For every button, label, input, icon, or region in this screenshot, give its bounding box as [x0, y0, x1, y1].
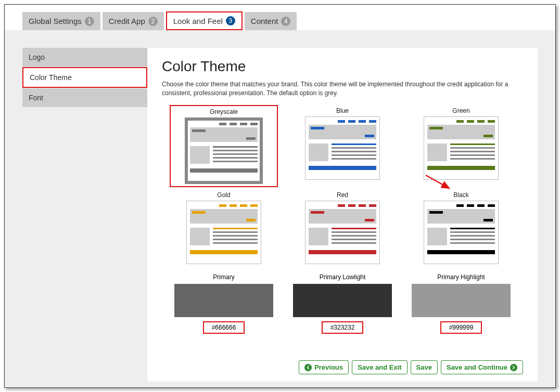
- swatch-row: Primary Primary Lowlight Primary Highlig…: [162, 273, 523, 334]
- sidebar-item-label: Logo: [29, 53, 45, 61]
- theme-thumbnail: [305, 201, 380, 264]
- theme-label: Black: [409, 191, 513, 199]
- save-button[interactable]: Save: [411, 360, 438, 374]
- sidebar-item-label: Color Theme: [30, 73, 72, 82]
- theme-thumbnail: [186, 201, 261, 264]
- theme-option-blue[interactable]: Blue: [290, 107, 394, 185]
- theme-thumbnail: [424, 201, 499, 264]
- step-number-icon: 4: [281, 17, 290, 26]
- button-label: Save: [416, 363, 432, 371]
- arrow-left-icon: [304, 364, 312, 371]
- save-and-continue-button[interactable]: Save and Continue: [441, 360, 523, 374]
- sidebar-item-color-theme[interactable]: Color Theme: [22, 67, 147, 88]
- theme-label: Red: [290, 191, 394, 199]
- theme-label: Green: [409, 107, 513, 114]
- save-and-exit-button[interactable]: Save and Exit: [352, 360, 408, 374]
- theme-label: Blue: [290, 107, 394, 114]
- color-swatch: [293, 284, 392, 317]
- footer-buttons: Previous Save and Exit Save Save and Con…: [299, 360, 523, 374]
- sidebar: Logo Color Theme Font: [22, 48, 147, 382]
- swatch-primary: Primary: [172, 273, 276, 334]
- theme-option-greyscale[interactable]: Greyscale: [172, 107, 276, 185]
- color-swatch: [412, 284, 511, 317]
- content-wrap: Logo Color Theme Font Color Theme Choose…: [5, 30, 555, 387]
- button-label: Save and Exit: [358, 363, 402, 371]
- swatch-label: Primary Highlight: [409, 273, 513, 281]
- previous-button[interactable]: Previous: [299, 360, 349, 374]
- theme-label: Gold: [172, 191, 276, 199]
- step-tabs: Global Settings 1 Credit App 2 Look and …: [5, 12, 555, 30]
- tab-label: Look and Feel: [173, 17, 223, 25]
- theme-thumbnail: [424, 116, 499, 180]
- theme-thumbnail: [185, 117, 263, 184]
- theme-option-red[interactable]: Red: [290, 191, 394, 264]
- button-label: Previous: [314, 363, 343, 371]
- theme-option-green[interactable]: Green: [409, 107, 513, 185]
- sidebar-item-label: Font: [29, 94, 43, 102]
- app-frame: Global Settings 1 Credit App 2 Look and …: [4, 4, 556, 388]
- step-number-icon: 2: [148, 17, 158, 26]
- step-number-icon: 3: [226, 16, 235, 25]
- color-swatch: [174, 284, 273, 317]
- swatch-primary-highlight: Primary Highlight: [409, 273, 513, 334]
- tab-content[interactable]: Content 4: [245, 12, 297, 30]
- theme-thumbnail: [305, 116, 380, 180]
- tab-credit-app[interactable]: Credit App 2: [103, 12, 164, 30]
- page-description: Choose the color theme that matches your…: [162, 80, 523, 98]
- theme-option-gold[interactable]: Gold: [172, 191, 276, 264]
- tab-global-settings[interactable]: Global Settings 1: [22, 12, 100, 30]
- hex-input[interactable]: [203, 321, 245, 334]
- hex-input[interactable]: [322, 321, 363, 334]
- tab-label: Content: [251, 17, 278, 25]
- page-title: Color Theme: [162, 58, 523, 75]
- hex-input[interactable]: [440, 321, 482, 334]
- main-panel: Color Theme Choose the color theme that …: [147, 48, 538, 382]
- tab-look-and-feel[interactable]: Look and Feel 3: [166, 11, 243, 30]
- swatch-label: Primary Lowlight: [290, 273, 394, 281]
- tab-label: Global Settings: [29, 17, 82, 25]
- tab-label: Credit App: [109, 17, 145, 25]
- step-number-icon: 1: [85, 17, 94, 26]
- theme-label: Greyscale: [173, 108, 275, 115]
- arrow-right-icon: [510, 364, 517, 371]
- theme-option-black[interactable]: Black: [409, 191, 513, 264]
- button-label: Save and Continue: [447, 363, 507, 371]
- sidebar-item-font[interactable]: Font: [22, 88, 147, 107]
- swatch-primary-lowlight: Primary Lowlight: [290, 273, 394, 334]
- sidebar-item-logo[interactable]: Logo: [22, 48, 147, 67]
- theme-grid: Greyscale Blue Green: [162, 107, 523, 264]
- swatch-label: Primary: [172, 273, 276, 281]
